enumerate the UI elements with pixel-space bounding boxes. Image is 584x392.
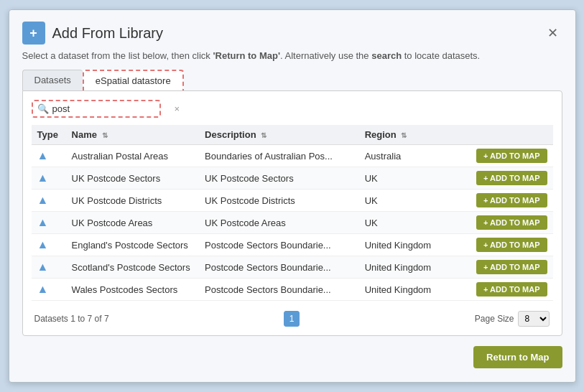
region-sort-icon: ⇅ (401, 131, 407, 139)
page-size-select[interactable]: 8 16 32 64 (518, 311, 550, 327)
cell-type: ▲ (32, 190, 66, 212)
cell-region: UK (359, 167, 465, 190)
add-to-map-button[interactable]: ADD TO MAP (476, 260, 547, 274)
table-row: ▲Wales Postcodes SectorsPostcode Sectors… (32, 279, 553, 301)
table-row: ▲Australian Postal AreasBoundaries of Au… (32, 145, 553, 167)
table-row: ▲England's Postcode SectorsPostcode Sect… (32, 234, 553, 256)
table-row: ▲UK Postcode SectorsUK Postcode SectorsU… (32, 167, 553, 190)
search-row: 🔍 × (32, 100, 553, 118)
cell-name: UK Postcode Districts (66, 190, 199, 212)
table-row: ▲Scotland's Postcode SectorsPostcode Sec… (32, 256, 553, 279)
add-to-map-button[interactable]: ADD TO MAP (476, 238, 547, 252)
dialog-title: Add From Library (52, 25, 164, 42)
map-type-icon: ▲ (37, 149, 49, 162)
tab-espatial[interactable]: eSpatial datastore (83, 70, 184, 90)
page-size-row: Page Size 8 16 32 64 (475, 311, 550, 327)
cell-description: UK Postcode Districts (199, 190, 359, 212)
cell-region: United Kingdom (359, 279, 465, 301)
cell-description: Postcode Sectors Boundarie... (199, 234, 359, 256)
map-type-icon: ▲ (37, 172, 49, 184)
cell-region: UK (359, 212, 465, 234)
panel: 🔍 × Type Name ⇅ Description ⇅ (22, 90, 562, 336)
close-button[interactable]: ✕ (543, 25, 562, 41)
col-header-action (465, 125, 552, 145)
subtitle: Select a dataset from the list below, th… (22, 50, 562, 61)
add-from-library-dialog: + Add From Library ✕ Select a dataset fr… (9, 9, 576, 383)
map-type-icon: ▲ (37, 261, 49, 273)
cell-type: ▲ (32, 279, 66, 301)
footer-row: Return to Map (22, 346, 562, 368)
page-numbers: 1 (284, 311, 300, 327)
cell-description: Postcode Sectors Boundarie... (199, 279, 359, 301)
cell-name: UK Postcode Areas (66, 212, 199, 234)
name-sort-icon: ⇅ (102, 131, 108, 139)
clear-search-button[interactable]: × (173, 103, 182, 114)
table-header-row: Type Name ⇅ Description ⇅ Region ⇅ (32, 125, 553, 145)
subtitle-text: Select a dataset from the list below, th… (22, 50, 481, 61)
search-icon: 🔍 (37, 103, 49, 114)
page-size-label: Page Size (475, 314, 514, 324)
cell-description: Postcode Sectors Boundarie... (199, 256, 359, 279)
cell-name: England's Postcode Sectors (66, 234, 199, 256)
tabs: Datasets eSpatial datastore (22, 70, 562, 90)
cell-action: ADD TO MAP (465, 167, 552, 190)
cell-region: Australia (359, 145, 465, 167)
col-header-name[interactable]: Name ⇅ (66, 125, 199, 145)
return-to-map-button[interactable]: Return to Map (473, 346, 562, 368)
cell-action: ADD TO MAP (465, 256, 552, 279)
col-header-description[interactable]: Description ⇅ (199, 125, 359, 145)
map-type-icon: ▲ (37, 238, 49, 251)
map-type-icon: ▲ (37, 283, 49, 295)
cell-action: ADD TO MAP (465, 190, 552, 212)
title-icon: + (22, 22, 45, 45)
col-header-region[interactable]: Region ⇅ (359, 125, 465, 145)
search-box: 🔍 × (32, 100, 161, 118)
cell-type: ▲ (32, 145, 66, 167)
cell-name: Australian Postal Areas (66, 145, 199, 167)
add-to-map-button[interactable]: ADD TO MAP (476, 149, 547, 163)
table-row: ▲UK Postcode AreasUK Postcode AreasUKADD… (32, 212, 553, 234)
add-to-map-button[interactable]: ADD TO MAP (476, 282, 547, 297)
pagination-info: Datasets 1 to 7 of 7 (34, 314, 109, 324)
cell-description: Boundaries of Australian Pos... (199, 145, 359, 167)
cell-description: UK Postcode Areas (199, 212, 359, 234)
cell-type: ▲ (32, 167, 66, 190)
cell-action: ADD TO MAP (465, 279, 552, 301)
table-row: ▲UK Postcode DistrictsUK Postcode Distri… (32, 190, 553, 212)
cell-type: ▲ (32, 234, 66, 256)
tab-datasets[interactable]: Datasets (22, 70, 83, 90)
title-row: + Add From Library (22, 22, 164, 45)
cell-action: ADD TO MAP (465, 234, 552, 256)
data-table: Type Name ⇅ Description ⇅ Region ⇅ (32, 125, 553, 301)
map-type-icon: ▲ (37, 216, 49, 228)
cell-name: UK Postcode Sectors (66, 167, 199, 190)
add-to-map-button[interactable]: ADD TO MAP (476, 215, 547, 230)
cell-region: United Kingdom (359, 256, 465, 279)
cell-region: UK (359, 190, 465, 212)
pagination-row: Datasets 1 to 7 of 7 1 Page Size 8 16 32… (32, 311, 553, 327)
add-to-map-button[interactable]: ADD TO MAP (476, 193, 547, 207)
cell-description: UK Postcode Sectors (199, 167, 359, 190)
cell-type: ▲ (32, 256, 66, 279)
map-type-icon: ▲ (37, 194, 49, 206)
desc-sort-icon: ⇅ (261, 131, 266, 139)
cell-type: ▲ (32, 212, 66, 234)
cell-action: ADD TO MAP (465, 145, 552, 167)
page-1-button[interactable]: 1 (284, 311, 300, 327)
add-to-map-button[interactable]: ADD TO MAP (476, 171, 547, 185)
dialog-header: + Add From Library ✕ (22, 22, 562, 45)
col-header-type: Type (32, 125, 66, 145)
cell-region: United Kingdom (359, 234, 465, 256)
search-input[interactable] (52, 103, 173, 114)
cell-action: ADD TO MAP (465, 212, 552, 234)
cell-name: Wales Postcodes Sectors (66, 279, 199, 301)
cell-name: Scotland's Postcode Sectors (66, 256, 199, 279)
